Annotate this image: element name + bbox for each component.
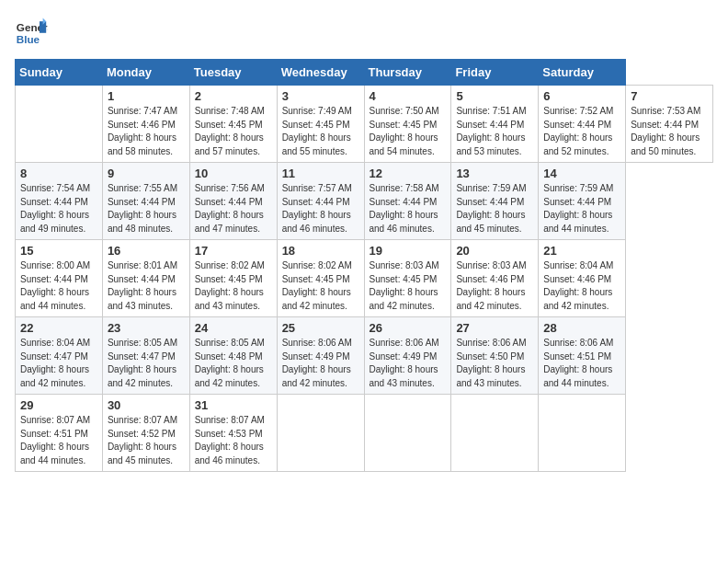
- day-info: Sunrise: 8:00 AMSunset: 4:44 PMDaylight:…: [20, 259, 97, 313]
- header-wednesday: Wednesday: [277, 60, 364, 86]
- calendar-cell: 10Sunrise: 7:56 AMSunset: 4:44 PMDayligh…: [189, 163, 277, 240]
- day-info: Sunrise: 8:03 AMSunset: 4:46 PMDaylight:…: [456, 259, 533, 313]
- day-info: Sunrise: 7:51 AMSunset: 4:44 PMDaylight:…: [456, 105, 533, 158]
- page-header: General Blue: [15, 15, 713, 48]
- calendar-week-5: 29Sunrise: 8:07 AMSunset: 4:51 PMDayligh…: [16, 395, 713, 472]
- day-number: 1: [108, 89, 185, 103]
- day-number: 15: [20, 244, 97, 258]
- day-info: Sunrise: 8:03 AMSunset: 4:45 PMDaylight:…: [370, 259, 447, 313]
- day-info: Sunrise: 7:53 AMSunset: 4:44 PMDaylight:…: [631, 105, 708, 158]
- calendar-cell: 30Sunrise: 8:07 AMSunset: 4:52 PMDayligh…: [102, 395, 189, 472]
- day-info: Sunrise: 8:06 AMSunset: 4:50 PMDaylight:…: [456, 337, 533, 390]
- calendar-cell: 9Sunrise: 7:55 AMSunset: 4:44 PMDaylight…: [102, 163, 189, 240]
- day-number: 20: [456, 244, 533, 258]
- calendar-cell: 17Sunrise: 8:02 AMSunset: 4:45 PMDayligh…: [189, 240, 277, 317]
- calendar-cell: 13Sunrise: 7:59 AMSunset: 4:44 PMDayligh…: [451, 163, 539, 240]
- calendar-cell: [16, 86, 103, 163]
- logo-icon: General Blue: [15, 15, 48, 48]
- day-info: Sunrise: 8:02 AMSunset: 4:45 PMDaylight:…: [282, 259, 359, 313]
- day-number: 4: [370, 89, 447, 103]
- day-number: 3: [282, 89, 359, 103]
- day-number: 8: [20, 167, 97, 180]
- calendar-cell: 1Sunrise: 7:47 AMSunset: 4:46 PMDaylight…: [102, 86, 189, 163]
- header-sunday: Sunday: [16, 60, 103, 86]
- calendar-cell: 22Sunrise: 8:04 AMSunset: 4:47 PMDayligh…: [16, 317, 103, 395]
- day-number: 23: [108, 321, 185, 335]
- calendar-cell: 25Sunrise: 8:06 AMSunset: 4:49 PMDayligh…: [277, 317, 364, 395]
- header-saturday: Saturday: [539, 60, 626, 86]
- day-info: Sunrise: 8:07 AMSunset: 4:52 PMDaylight:…: [108, 414, 185, 467]
- day-info: Sunrise: 8:05 AMSunset: 4:47 PMDaylight:…: [108, 337, 185, 390]
- day-number: 12: [370, 167, 447, 180]
- day-number: 17: [195, 244, 272, 258]
- day-info: Sunrise: 7:49 AMSunset: 4:45 PMDaylight:…: [282, 105, 359, 158]
- day-number: 30: [108, 398, 185, 412]
- day-number: 13: [456, 167, 533, 180]
- day-number: 6: [543, 89, 620, 103]
- day-number: 16: [108, 244, 185, 258]
- day-info: Sunrise: 7:57 AMSunset: 4:44 PMDaylight:…: [282, 182, 359, 236]
- calendar-cell: 26Sunrise: 8:06 AMSunset: 4:49 PMDayligh…: [364, 317, 451, 395]
- day-info: Sunrise: 8:06 AMSunset: 4:49 PMDaylight:…: [282, 337, 359, 390]
- calendar-week-3: 15Sunrise: 8:00 AMSunset: 4:44 PMDayligh…: [16, 240, 713, 317]
- calendar-cell: 3Sunrise: 7:49 AMSunset: 4:45 PMDaylight…: [277, 86, 364, 163]
- day-info: Sunrise: 7:56 AMSunset: 4:44 PMDaylight:…: [195, 182, 272, 236]
- day-number: 10: [195, 167, 272, 180]
- day-info: Sunrise: 7:59 AMSunset: 4:44 PMDaylight:…: [456, 182, 533, 236]
- header-friday: Friday: [451, 60, 539, 86]
- calendar-cell: 11Sunrise: 7:57 AMSunset: 4:44 PMDayligh…: [277, 163, 364, 240]
- day-number: 31: [195, 398, 272, 412]
- day-number: 29: [20, 398, 97, 412]
- day-info: Sunrise: 8:05 AMSunset: 4:48 PMDaylight:…: [195, 337, 272, 390]
- day-number: 22: [20, 321, 97, 335]
- day-info: Sunrise: 7:58 AMSunset: 4:44 PMDaylight:…: [370, 182, 447, 236]
- calendar-cell: 2Sunrise: 7:48 AMSunset: 4:45 PMDaylight…: [189, 86, 277, 163]
- calendar-week-1: 1Sunrise: 7:47 AMSunset: 4:46 PMDaylight…: [16, 86, 713, 163]
- calendar-cell: 27Sunrise: 8:06 AMSunset: 4:50 PMDayligh…: [451, 317, 539, 395]
- day-number: 26: [370, 321, 447, 335]
- calendar-header-row: SundayMondayTuesdayWednesdayThursdayFrid…: [16, 60, 713, 86]
- calendar-cell: 29Sunrise: 8:07 AMSunset: 4:51 PMDayligh…: [16, 395, 103, 472]
- day-info: Sunrise: 8:04 AMSunset: 4:46 PMDaylight:…: [543, 259, 620, 313]
- day-number: 21: [543, 244, 620, 258]
- calendar-cell: 7Sunrise: 7:53 AMSunset: 4:44 PMDaylight…: [626, 86, 713, 163]
- day-number: 7: [631, 89, 708, 103]
- day-info: Sunrise: 8:01 AMSunset: 4:44 PMDaylight:…: [108, 259, 185, 313]
- header-tuesday: Tuesday: [189, 60, 277, 86]
- svg-text:Blue: Blue: [17, 33, 40, 45]
- calendar-cell: [364, 395, 451, 472]
- header-thursday: Thursday: [364, 60, 451, 86]
- calendar-week-4: 22Sunrise: 8:04 AMSunset: 4:47 PMDayligh…: [16, 317, 713, 395]
- calendar-cell: 28Sunrise: 8:06 AMSunset: 4:51 PMDayligh…: [539, 317, 626, 395]
- day-number: 11: [282, 167, 359, 180]
- calendar-cell: 4Sunrise: 7:50 AMSunset: 4:45 PMDaylight…: [364, 86, 451, 163]
- calendar-cell: 21Sunrise: 8:04 AMSunset: 4:46 PMDayligh…: [539, 240, 626, 317]
- day-number: 24: [195, 321, 272, 335]
- calendar-cell: 20Sunrise: 8:03 AMSunset: 4:46 PMDayligh…: [451, 240, 539, 317]
- calendar-cell: 24Sunrise: 8:05 AMSunset: 4:48 PMDayligh…: [189, 317, 277, 395]
- calendar-cell: 23Sunrise: 8:05 AMSunset: 4:47 PMDayligh…: [102, 317, 189, 395]
- day-info: Sunrise: 8:04 AMSunset: 4:47 PMDaylight:…: [20, 337, 97, 390]
- calendar-cell: [539, 395, 626, 472]
- day-number: 18: [282, 244, 359, 258]
- day-info: Sunrise: 8:07 AMSunset: 4:51 PMDaylight:…: [20, 414, 97, 467]
- day-info: Sunrise: 7:55 AMSunset: 4:44 PMDaylight:…: [108, 182, 185, 236]
- day-info: Sunrise: 7:48 AMSunset: 4:45 PMDaylight:…: [195, 105, 272, 158]
- calendar-cell: [451, 395, 539, 472]
- calendar-cell: 18Sunrise: 8:02 AMSunset: 4:45 PMDayligh…: [277, 240, 364, 317]
- calendar-cell: 19Sunrise: 8:03 AMSunset: 4:45 PMDayligh…: [364, 240, 451, 317]
- calendar-cell: 31Sunrise: 8:07 AMSunset: 4:53 PMDayligh…: [189, 395, 277, 472]
- calendar-cell: 16Sunrise: 8:01 AMSunset: 4:44 PMDayligh…: [102, 240, 189, 317]
- calendar-cell: 8Sunrise: 7:54 AMSunset: 4:44 PMDaylight…: [16, 163, 103, 240]
- calendar-cell: 5Sunrise: 7:51 AMSunset: 4:44 PMDaylight…: [451, 86, 539, 163]
- calendar-cell: 15Sunrise: 8:00 AMSunset: 4:44 PMDayligh…: [16, 240, 103, 317]
- day-info: Sunrise: 7:54 AMSunset: 4:44 PMDaylight:…: [20, 182, 97, 236]
- day-number: 2: [195, 89, 272, 103]
- day-info: Sunrise: 7:52 AMSunset: 4:44 PMDaylight:…: [543, 105, 620, 158]
- day-number: 27: [456, 321, 533, 335]
- day-info: Sunrise: 8:06 AMSunset: 4:51 PMDaylight:…: [543, 337, 620, 390]
- logo: General Blue: [15, 15, 48, 48]
- day-number: 14: [543, 167, 620, 180]
- day-info: Sunrise: 8:02 AMSunset: 4:45 PMDaylight:…: [195, 259, 272, 313]
- day-number: 9: [108, 167, 185, 180]
